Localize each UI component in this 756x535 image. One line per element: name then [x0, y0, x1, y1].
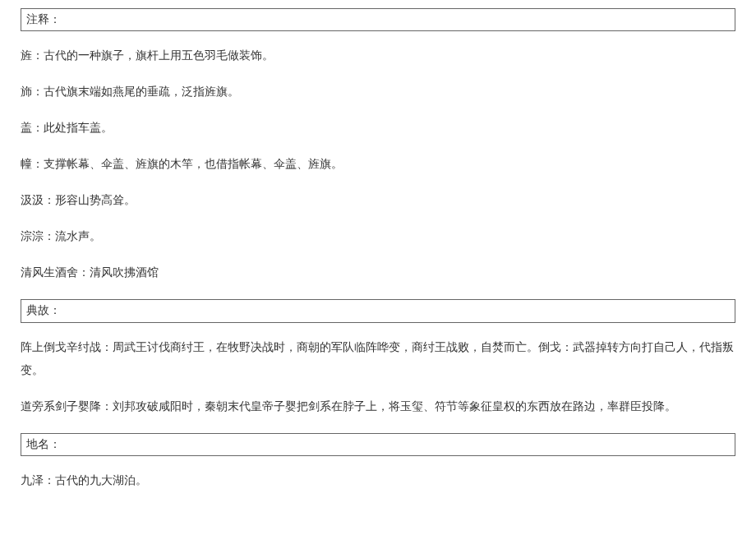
entry-item: 九泽：古代的九大湖泊。 — [21, 469, 735, 492]
section-title: 典故： — [26, 304, 61, 316]
section-title: 注释： — [26, 13, 61, 25]
entry-item: 淙淙：流水声。 — [21, 225, 735, 248]
section-title: 地名： — [26, 438, 61, 450]
entry-item: 阵上倒戈辛纣战：周武王讨伐商纣王，在牧野决战时，商朝的军队临阵哗变，商纣王战败，… — [21, 336, 735, 382]
entry-item: 盖：此处指车盖。 — [21, 117, 735, 140]
entry-item: 清风生酒舍：清风吹拂酒馆 — [21, 261, 735, 284]
entry-item: 旌：古代的一种旗子，旗杆上用五色羽毛做装饰。 — [21, 44, 735, 67]
section-header-allusions: 典故： — [21, 299, 735, 322]
entry-item: 幢：支撑帐幕、伞盖、旌旗的木竿，也借指帐幕、伞盖、旌旗。 — [21, 153, 735, 176]
entry-item: 斾：古代旗末端如燕尾的垂疏，泛指旌旗。 — [21, 81, 735, 104]
document-content: 注释： 旌：古代的一种旗子，旗杆上用五色羽毛做装饰。 斾：古代旗末端如燕尾的垂疏… — [21, 8, 735, 492]
entry-item: 汲汲：形容山势高耸。 — [21, 189, 735, 212]
section-header-placenames: 地名： — [21, 433, 735, 456]
entry-item: 道旁系剑子婴降：刘邦攻破咸阳时，秦朝末代皇帝子婴把剑系在脖子上，将玉玺、符节等象… — [21, 395, 735, 418]
section-header-annotations: 注释： — [21, 8, 735, 31]
